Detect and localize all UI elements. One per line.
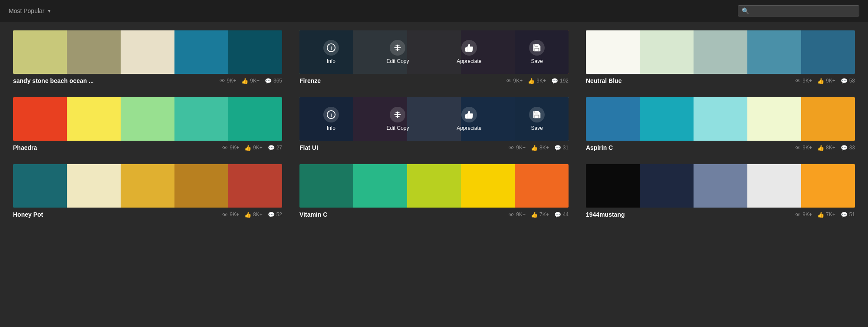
palette-name: Firenze [299, 77, 501, 84]
color-swatch [67, 30, 121, 74]
palette-swatches[interactable] [586, 164, 855, 208]
likes-stat: 👍8K+ [817, 145, 835, 151]
palette-card: Aspirin C👁9K+👍8K+💬33 [586, 97, 855, 151]
eye-icon: 👁 [795, 78, 801, 84]
palette-info-row: Phaedra👁9K+👍9K+💬27 [13, 141, 282, 151]
palette-swatches[interactable] [299, 164, 569, 208]
color-swatch [694, 30, 747, 74]
info-icon: i [323, 40, 339, 56]
sort-arrow-icon: ▼ [47, 9, 51, 13]
color-swatch [801, 30, 855, 74]
thumbs-up-icon: 👍 [817, 78, 824, 84]
search-input[interactable] [752, 8, 855, 14]
comment-icon: 💬 [841, 211, 848, 218]
sort-dropdown[interactable]: Most Popular ▼ [9, 7, 51, 14]
info-label: Info [327, 125, 335, 131]
views-count: 9K+ [516, 211, 526, 218]
color-swatch [228, 164, 282, 208]
overlay-info-button[interactable]: i Info [323, 40, 339, 64]
color-swatch [801, 97, 855, 141]
eye-icon: 👁 [222, 145, 228, 151]
palette-swatches[interactable] [586, 97, 855, 141]
eye-icon: 👁 [220, 78, 225, 84]
comments-stat: 💬31 [554, 145, 569, 151]
comments-count: 27 [276, 145, 282, 151]
palette-card: i Info Edit Copy Appreciate Save [299, 97, 569, 151]
color-swatch [353, 164, 407, 208]
eye-icon: 👁 [509, 211, 514, 218]
search-box: 🔍 [738, 5, 859, 17]
color-swatch [694, 97, 747, 141]
appreciate-label: Appreciate [457, 125, 481, 131]
palette-info-row: Neutral Blue👁9K+👍9K+💬58 [586, 74, 855, 84]
likes-stat: 👍9K+ [817, 78, 835, 84]
comments-stat: 💬27 [268, 145, 282, 151]
header: Most Popular ▼ 🔍 [0, 0, 868, 22]
likes-count: 9K+ [536, 78, 546, 84]
views-count: 9K+ [227, 78, 237, 84]
palette-swatches[interactable] [586, 30, 855, 74]
color-swatch [67, 164, 121, 208]
palette-card: Phaedra👁9K+👍9K+💬27 [13, 97, 282, 151]
palette-swatches[interactable] [13, 30, 282, 74]
palette-overlay: i Info Edit Copy Appreciate Save [299, 30, 569, 74]
comments-count: 52 [276, 211, 282, 218]
edit-copy-label: Edit Copy [386, 125, 409, 131]
comments-count: 192 [560, 78, 569, 84]
views-stat: 👁9K+ [222, 211, 239, 218]
sort-label: Most Popular [9, 7, 44, 14]
palette-grid: sandy stone beach ocean ...👁9K+👍9K+💬365 … [0, 22, 868, 227]
color-swatch [640, 97, 694, 141]
palette-swatches[interactable]: i Info Edit Copy Appreciate Save [299, 97, 569, 141]
appreciate-icon [461, 40, 477, 56]
comments-stat: 💬33 [841, 145, 855, 151]
views-count: 9K+ [802, 145, 812, 151]
comments-stat: 💬44 [554, 211, 569, 218]
overlay-info-button[interactable]: i Info [323, 107, 339, 131]
overlay-save-button[interactable]: Save [529, 107, 545, 131]
color-swatch [13, 97, 67, 141]
eye-icon: 👁 [795, 145, 801, 151]
comment-icon: 💬 [551, 78, 558, 84]
color-swatch [640, 164, 694, 208]
thumbs-up-icon: 👍 [528, 78, 535, 84]
svg-text:i: i [330, 45, 332, 51]
comment-icon: 💬 [265, 78, 272, 84]
info-label: Info [327, 58, 335, 64]
color-swatch [13, 164, 67, 208]
palette-info-row: 1944mustang👁9K+👍7K+💬51 [586, 208, 855, 218]
likes-stat: 👍7K+ [531, 211, 549, 218]
palette-name: Honey Pot [13, 211, 217, 218]
save-label: Save [531, 58, 542, 64]
color-swatch [67, 97, 121, 141]
overlay-appreciate-button[interactable]: Appreciate [457, 40, 481, 64]
views-count: 9K+ [802, 211, 812, 218]
color-swatch [747, 97, 801, 141]
palette-card: Honey Pot👁9K+👍8K+💬52 [13, 164, 282, 218]
palette-overlay: i Info Edit Copy Appreciate Save [299, 97, 569, 141]
views-stat: 👁9K+ [222, 145, 239, 151]
palette-swatches[interactable]: i Info Edit Copy Appreciate Save [299, 30, 569, 74]
overlay-save-button[interactable]: Save [529, 40, 545, 64]
likes-stat: 👍8K+ [244, 211, 263, 218]
palette-name: sandy stone beach ocean ... [13, 77, 214, 84]
palette-card: i Info Edit Copy Appreciate Save [299, 30, 569, 84]
overlay-edit-copy-button[interactable]: Edit Copy [386, 107, 409, 131]
palette-swatches[interactable] [13, 97, 282, 141]
palette-card: 1944mustang👁9K+👍7K+💬51 [586, 164, 855, 218]
views-stat: 👁9K+ [795, 78, 812, 84]
overlay-appreciate-button[interactable]: Appreciate [457, 107, 481, 131]
thumbs-up-icon: 👍 [241, 78, 248, 84]
svg-text:i: i [330, 112, 332, 118]
thumbs-up-icon: 👍 [817, 211, 824, 218]
comments-stat: 💬51 [841, 211, 855, 218]
overlay-edit-copy-button[interactable]: Edit Copy [386, 40, 409, 64]
color-swatch [121, 164, 174, 208]
color-swatch [747, 30, 801, 74]
palette-swatches[interactable] [13, 164, 282, 208]
color-swatch [461, 164, 515, 208]
color-swatch [586, 164, 640, 208]
comments-count: 44 [563, 211, 569, 218]
color-swatch [121, 30, 174, 74]
likes-stat: 👍9K+ [241, 78, 260, 84]
